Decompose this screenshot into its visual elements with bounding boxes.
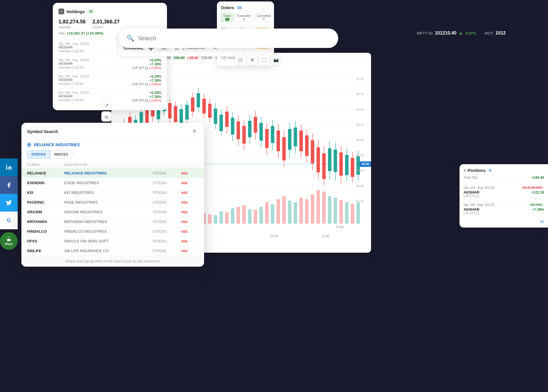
tab-orders-open[interactable]: Open 6 <box>221 13 234 22</box>
symbol-row-pageind[interactable]: PAGEIND PAGE INDUSTRIES STOCKS NSE <box>21 197 204 207</box>
svg-text:68.80: 68.80 <box>361 162 369 166</box>
symbol-row-exideind[interactable]: EXIDEIND EXIDE INDUSTRIES STOCKS NSE <box>21 178 204 188</box>
row-symbol: BRITANNIA <box>27 220 64 224</box>
row-symbol: KEI <box>27 190 64 195</box>
holding-pct1: +0.29% <box>132 91 161 95</box>
row-symbol: OFSS <box>27 239 64 243</box>
symbol-row-kei[interactable]: KEI KEI INDUSTRIES. STOCKS NSE <box>21 188 204 197</box>
view-all-positions-link[interactable]: ito <box>464 217 544 224</box>
current-value: 2,01,366.27 <box>92 19 120 25</box>
symbol-row-hindalco[interactable]: HINDALCO HINDALCO INDUSTRIES STOCKS NSE <box>21 226 204 236</box>
position-row-akshar-sold[interactable]: Qty. 100 · Avg. 102.32 SOLD HOLDING AKSH… <box>464 183 544 200</box>
svg-text:10:30: 10:30 <box>270 234 278 238</box>
tab-stocks[interactable]: STOCKS <box>27 150 50 158</box>
linkedin-button[interactable] <box>0 158 18 176</box>
dialog-close-button[interactable]: ✕ <box>190 127 198 135</box>
holding-right: +0.29% +7.39% LTP 277.21 (-0.86%) <box>132 75 161 86</box>
row-description: KEI INDUSTRIES. <box>64 190 153 195</box>
google-button[interactable]: G <box>0 212 18 229</box>
row-exchange: NSE <box>181 181 198 185</box>
holding-qty-avg: Qty. 100 · Avg. 102.32 <box>59 42 89 45</box>
row-exchange: NSE <box>181 172 198 175</box>
orders-title: Orders <box>221 5 234 10</box>
svg-rect-126 <box>288 201 291 224</box>
row-description: HINDALCO INDUSTRIES <box>64 229 153 234</box>
chart-close: C68.80 <box>201 56 212 60</box>
dialog-footer-text: Simply start typing while on the chart t… <box>65 259 160 263</box>
svg-rect-47 <box>219 115 223 131</box>
positions-pnl-label: Total P&L <box>464 176 478 180</box>
svg-rect-121 <box>259 207 263 224</box>
drawing-tool-indicator[interactable]: ⚌ <box>101 111 112 122</box>
svg-rect-131 <box>317 190 320 224</box>
row-description: ORACLE FIN SERV SOFT. <box>64 239 153 243</box>
svg-rect-115 <box>225 212 229 224</box>
position-ltp: LTP 277.21 <box>464 194 544 198</box>
svg-rect-61 <box>259 123 263 140</box>
svg-rect-89 <box>339 152 343 176</box>
rectangle-tool-button[interactable]: ⬜ <box>235 55 245 65</box>
search-icon: 🔍 <box>126 35 134 42</box>
svg-rect-31 <box>174 106 177 122</box>
symbol-row-britannia[interactable]: BRITANNIA BRITANNIA INDUSTRIES STOCKS NS… <box>21 217 204 226</box>
svg-text:69.00: 69.00 <box>356 138 364 142</box>
svg-rect-87 <box>334 149 337 172</box>
nifty-name: NIFTY 50 <box>417 31 432 35</box>
row-symbol: SBILIFE <box>27 249 64 253</box>
position-ltp: LTP 277.21 <box>464 212 544 215</box>
settings-tool-button[interactable]: ⚙ <box>247 55 257 65</box>
positions-pnl-row: Total P&L +184.49 <box>464 176 544 180</box>
google-icon: G <box>7 218 11 224</box>
search-input[interactable] <box>138 35 330 42</box>
svg-text:12:00: 12:00 <box>321 234 329 238</box>
svg-point-155 <box>6 165 7 166</box>
svg-rect-59 <box>254 117 257 133</box>
symbol-row-sbilife[interactable]: SBILIFE SBI LIFE INSURANCE CO STOCKS NSE <box>21 246 204 256</box>
position-row-akshar-holding[interactable]: Qty. 100 · Avg. 102.32 HOLDING AKSHAR +7… <box>464 200 544 217</box>
holding-right: +0.29% +7.39% LTP 277.21 (-0.86%) <box>132 91 161 102</box>
position-badge-holding: HOLDING <box>529 203 544 207</box>
symbol-row-grasim[interactable]: GRASIM GRASIM INDUSTRIES STOCKS NSE <box>21 207 204 217</box>
tab-orders-executed[interactable]: Executed 8 <box>235 13 253 22</box>
camera-tool-button[interactable]: 📷 <box>271 55 281 65</box>
tab-orders-cancelled[interactable]: Cancelled 9 <box>254 13 273 22</box>
invested-value: 1,82,274.56 <box>59 19 86 25</box>
position-top-line: Qty. 100 · Avg. 102.32 SOLD HOLDING <box>464 186 544 190</box>
svg-rect-117 <box>237 207 240 224</box>
svg-rect-55 <box>242 126 246 144</box>
row-symbol: PAGEIND <box>27 200 64 204</box>
row-symbol: RELIANCE <box>27 171 64 175</box>
row-exchange: NSE <box>181 240 198 243</box>
svg-text:69.50: 69.50 <box>356 108 364 111</box>
row-description: PAGE INDUSTRIES <box>64 200 153 204</box>
svg-rect-49 <box>225 112 229 127</box>
svg-rect-93 <box>351 158 354 177</box>
svg-rect-79 <box>311 140 314 163</box>
symbol-row-ofss[interactable]: OFSS ORACLE FIN SERV SOFT. STOCKS NSE <box>21 236 204 246</box>
svg-rect-53 <box>237 121 240 139</box>
search-radio[interactable] <box>27 143 31 147</box>
social-strip: G Share <box>0 158 18 253</box>
facebook-button[interactable] <box>0 176 18 194</box>
fullscreen-tool-button[interactable]: ⛶ <box>259 55 269 65</box>
svg-text:69.75: 69.75 <box>356 93 364 96</box>
holding-row[interactable]: Qty. 100 · Avg. 102.32 AKSHAR Invested 2… <box>59 72 161 88</box>
row-description: GRASIM INDUSTRIES <box>64 210 153 214</box>
positions-icon: ≡ <box>464 168 466 173</box>
symbol-row-reliance[interactable]: RELIANCE RELIANCE INDUSTRIES STOCKS NSE <box>21 168 204 178</box>
holdings-header: ≡ Holdings 20 <box>59 9 161 14</box>
svg-text:14:48: 14:48 <box>336 225 344 229</box>
tab-indices[interactable]: INDICES <box>50 150 72 158</box>
holding-row[interactable]: Qty. 100 · Avg. 102.32 AKSHAR Invested 2… <box>59 56 161 72</box>
holding-ltp: LTP 277.21 (-0.86%) <box>132 99 161 102</box>
drawing-tool-cursor[interactable]: ↗ <box>101 100 112 110</box>
row-type: STOCKS <box>153 181 181 185</box>
col-type <box>153 163 181 166</box>
share-label: Share <box>5 242 13 246</box>
row-exchange: NSE <box>181 201 198 204</box>
svg-rect-83 <box>322 153 326 179</box>
nifty-50: NIFTY 50 101210.40 ▲ 0.27% <box>417 31 476 36</box>
twitter-button[interactable] <box>0 194 18 212</box>
share-button[interactable]: Share <box>0 232 18 250</box>
positions-pnl-value: +184.49 <box>531 176 544 180</box>
